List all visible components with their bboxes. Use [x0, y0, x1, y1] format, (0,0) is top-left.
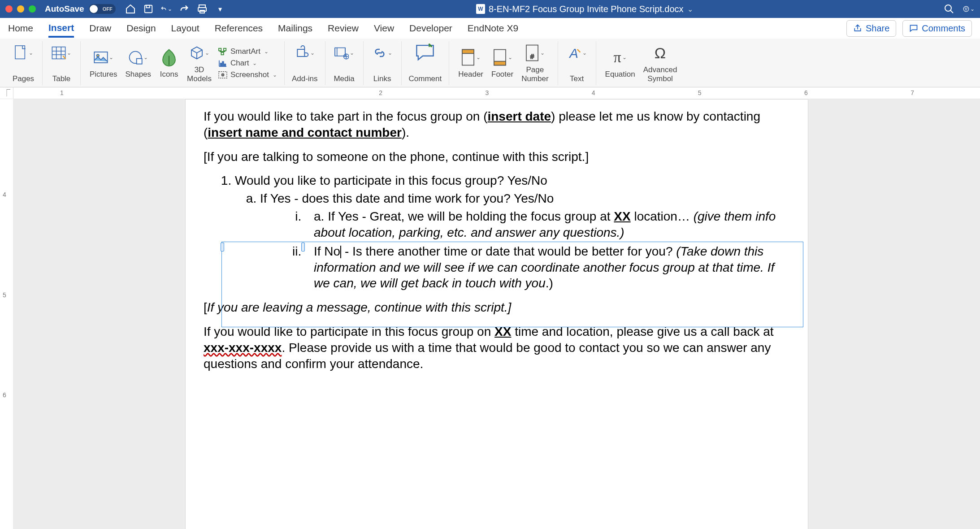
text-button[interactable]: A⌄: [565, 43, 589, 63]
tab-draw[interactable]: Draw: [89, 19, 111, 37]
tab-home[interactable]: Home: [8, 19, 33, 37]
paragraph[interactable]: [If you are leaving a message, continue …: [204, 299, 790, 316]
table-label: Table: [52, 74, 71, 83]
tab-review[interactable]: Review: [328, 19, 359, 37]
selection-handle-icon[interactable]: [221, 243, 224, 251]
save-icon[interactable]: [143, 3, 154, 15]
list-item[interactable]: If No - Is there another time or date th…: [305, 243, 790, 291]
chart-label: Chart: [230, 59, 249, 68]
ruler-mark: 6: [804, 89, 808, 96]
close-window-icon[interactable]: [5, 5, 13, 13]
svg-rect-1: [146, 5, 149, 8]
svg-rect-19: [222, 61, 224, 66]
smartart-button[interactable]: SmartArt⌄: [218, 47, 277, 56]
chart-button[interactable]: Chart⌄: [218, 59, 277, 68]
tab-references[interactable]: References: [215, 19, 263, 37]
redo-icon[interactable]: [178, 3, 190, 15]
text-run: . Please provide us with a time that wou…: [204, 341, 771, 371]
ruler-mark: 5: [3, 291, 6, 299]
window-controls: [5, 5, 36, 13]
comment-button[interactable]: [413, 43, 437, 63]
search-icon[interactable]: [943, 3, 955, 15]
3d-models-button[interactable]: ⌄ 3D Models: [185, 43, 213, 83]
text-run: .): [546, 276, 553, 290]
footer-button[interactable]: ⌄ Footer: [490, 48, 515, 79]
list-item[interactable]: If Yes - does this date and time work fo…: [260, 191, 790, 291]
spellcheck-error-text: xxx-xxx-xxxx: [204, 341, 282, 355]
tab-design[interactable]: Design: [126, 19, 156, 37]
document-page[interactable]: If you would like to take part in the fo…: [185, 99, 808, 529]
tab-developer[interactable]: Developer: [409, 19, 452, 37]
ruler-mark: 4: [3, 191, 6, 198]
paragraph[interactable]: If you would like to participate in this…: [204, 324, 790, 372]
document-scroll[interactable]: If you would like to take part in the fo…: [13, 99, 980, 529]
autosave-toggle[interactable]: OFF: [89, 4, 116, 14]
tab-selector-icon[interactable]: ⎾: [0, 87, 13, 99]
symbol-button[interactable]: Ω Advanced Symbol: [642, 43, 679, 83]
text-run: location…: [631, 209, 694, 223]
pictures-button[interactable]: ⌄ Pictures: [88, 48, 119, 79]
page-number-label: Page Number: [521, 65, 548, 83]
shapes-button[interactable]: ⌄ Shapes: [123, 48, 153, 79]
zoom-window-icon[interactable]: [29, 5, 36, 13]
icons-button[interactable]: Icons: [157, 48, 181, 79]
text-label: Text: [570, 74, 584, 83]
emoji-icon[interactable]: ⌄: [963, 3, 975, 15]
links-button[interactable]: ⌄: [371, 43, 394, 63]
table-button[interactable]: ⌄: [50, 43, 73, 63]
addins-button[interactable]: ⌄: [293, 43, 317, 63]
tab-endnote[interactable]: EndNote X9: [468, 19, 518, 37]
ruler-horizontal[interactable]: 1 2 3 4 5 6 7: [13, 87, 980, 99]
minimize-window-icon[interactable]: [17, 5, 24, 13]
placeholder-text: XX: [614, 209, 630, 223]
roman-list[interactable]: a. If Yes - Great, we will be holding th…: [260, 208, 790, 291]
comment-label: Comment: [409, 74, 442, 83]
alpha-list[interactable]: If Yes - does this date and time work fo…: [235, 191, 790, 291]
ruler-horizontal-row: ⎾ 1 2 3 4 5 6 7: [0, 87, 980, 99]
quick-access-toolbar: ⌄ ▾: [125, 3, 226, 15]
ruler-mark: 1: [60, 89, 64, 96]
text-run: a. If Yes - Great, we will be holding th…: [314, 209, 614, 223]
numbered-list[interactable]: Would you like to participate in this fo…: [204, 173, 790, 291]
svg-rect-26: [462, 50, 474, 54]
tab-view[interactable]: View: [374, 19, 394, 37]
svg-point-5: [945, 5, 951, 11]
home-icon[interactable]: [125, 3, 136, 15]
screenshot-button[interactable]: Screenshot⌄: [218, 70, 277, 79]
tab-layout[interactable]: Layout: [171, 19, 199, 37]
svg-text:A: A: [568, 46, 578, 61]
text-run: If you would like to take part in the fo…: [204, 109, 487, 123]
header-button[interactable]: ⌄ Header: [456, 48, 485, 79]
ribbon-tabs: Home Insert Draw Design Layout Reference…: [0, 18, 980, 39]
ruler-vertical[interactable]: 4 5 6: [0, 99, 13, 529]
paragraph[interactable]: [If you are talking to someone on the ph…: [204, 149, 790, 165]
placeholder-text: insert date: [487, 109, 551, 123]
document-title: 8-EN-MF2 Focus Group Invite Phone Script…: [489, 4, 684, 14]
print-icon[interactable]: [196, 3, 208, 15]
title-dropdown-icon[interactable]: ⌄: [687, 5, 693, 13]
page-number-button[interactable]: #⌄ Page Number: [520, 43, 550, 83]
svg-point-6: [963, 6, 969, 12]
symbol-label: Advanced Symbol: [643, 65, 677, 83]
list-item[interactable]: Would you like to participate in this fo…: [235, 173, 790, 291]
share-button[interactable]: Share: [846, 20, 896, 37]
footer-label: Footer: [491, 70, 513, 79]
pages-button[interactable]: ⌄: [12, 43, 35, 63]
titlebar: AutoSave OFF ⌄ ▾ W 8-EN-MF2 Focus Group …: [0, 0, 980, 18]
tab-insert[interactable]: Insert: [48, 19, 74, 38]
tab-mailings[interactable]: Mailings: [278, 19, 312, 37]
ruler-mark: 5: [698, 89, 702, 96]
paragraph[interactable]: If you would like to take part in the fo…: [204, 108, 790, 141]
text-run: If you would like to participate in this…: [204, 325, 494, 338]
list-item[interactable]: a. If Yes - Great, we will be holding th…: [305, 208, 790, 241]
media-button[interactable]: ⌄: [333, 43, 356, 63]
selection-handle-icon[interactable]: [301, 243, 305, 251]
header-label: Header: [458, 70, 483, 79]
svg-rect-28: [494, 61, 505, 65]
equation-button[interactable]: π⌄ Equation: [603, 48, 637, 79]
qat-customize-icon[interactable]: ▾: [214, 3, 226, 15]
screenshot-label: Screenshot: [230, 70, 269, 79]
icons-label: Icons: [160, 70, 178, 79]
comments-button[interactable]: Comments: [902, 20, 972, 37]
undo-icon[interactable]: ⌄: [160, 3, 172, 15]
